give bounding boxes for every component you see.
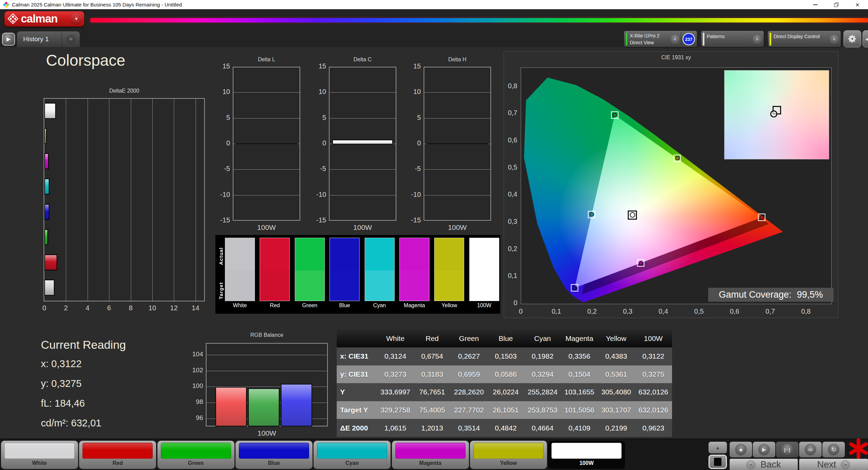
- logo-text: calman: [21, 12, 71, 25]
- swatch-column-blue: [330, 238, 360, 301]
- target-swatch: [470, 270, 499, 301]
- pattern-button-red[interactable]: Red: [79, 441, 156, 469]
- table-cell: 0,2199: [598, 419, 635, 437]
- gridline: [330, 169, 396, 170]
- table-cell: 305,4080: [598, 383, 635, 401]
- pattern-button-cyan[interactable]: Cyan: [314, 441, 391, 469]
- restore-button[interactable]: [826, 0, 847, 9]
- refresh-button[interactable]: ↻: [822, 442, 845, 457]
- gridline: [424, 169, 490, 170]
- rgb-xlabel: 100W: [206, 429, 328, 437]
- minimize-button[interactable]: [805, 0, 826, 9]
- delta-chart-delta-c: [329, 67, 396, 221]
- gamut-coverage-readout: Gamut Coverage: 99,5%: [708, 288, 834, 302]
- meter-dropdown[interactable]: X-Rite i1Pro 2 Direct View ▼ 237: [624, 31, 697, 47]
- pattern-swatch: [551, 443, 622, 459]
- pattern-button-white[interactable]: White: [1, 441, 78, 469]
- gridline: [233, 92, 300, 93]
- cie-xtick: 0: [511, 308, 530, 315]
- table-cell: 255,2824: [524, 383, 561, 401]
- sidebar-expand-button[interactable]: ▶: [2, 33, 15, 46]
- rgb-ytick: 96: [187, 414, 203, 422]
- chevron-left-icon: ◀: [865, 36, 868, 42]
- settings-button[interactable]: [843, 30, 861, 47]
- gridline: [207, 355, 327, 355]
- deltae-bar-100w: [44, 280, 55, 296]
- gridline: [424, 92, 490, 93]
- pattern-button-blue[interactable]: Blue: [235, 441, 313, 469]
- patterns-dropdown[interactable]: Patterns ▼: [701, 31, 764, 47]
- delta-ytick: 10: [405, 88, 421, 96]
- delta-ytick: 0: [310, 139, 326, 147]
- table-cell: 0,3122: [635, 347, 672, 365]
- pattern-bar: ▲ ■ ▶ [··] ∞ ↻ « Back Next » WhiteRedGre: [0, 439, 868, 470]
- cie-measured-marker-magenta: [639, 261, 643, 265]
- deltae-xtick: 12: [165, 304, 182, 312]
- cie-ytick: 0: [501, 299, 517, 307]
- table-cell: 303,1707: [598, 401, 635, 419]
- gridline: [66, 99, 66, 301]
- delta-ytick: 15: [405, 62, 421, 70]
- pattern-swatch: [317, 443, 387, 459]
- play-button[interactable]: ▶: [753, 442, 775, 457]
- table-cell: 0,4383: [598, 347, 635, 365]
- table-header-cell: Green: [451, 329, 487, 347]
- table-cell: 0,1504: [561, 365, 598, 383]
- delta-ytick: 10: [214, 88, 230, 96]
- table-cell: 0,9623: [635, 419, 672, 437]
- next-button[interactable]: Next »: [799, 459, 868, 470]
- interval-mode-button[interactable]: [··]: [776, 442, 798, 457]
- swatch-label: Yellow: [434, 302, 464, 309]
- calman-menu-button[interactable]: calman ▼: [4, 11, 84, 27]
- target-swatch: [225, 270, 255, 301]
- target-swatch: [295, 270, 324, 301]
- window-title: Calman 2025 Calman Ultimate for Business…: [12, 2, 182, 7]
- pattern-button-100w[interactable]: 100W: [548, 441, 625, 469]
- back-button[interactable]: « Back: [730, 459, 798, 470]
- deltae-bar-green: [44, 229, 48, 245]
- row-label: Y: [337, 383, 377, 401]
- table-cell: 26,0224: [487, 383, 524, 401]
- table-row: Y333,699776,7651228,262026,0224255,28241…: [337, 383, 672, 401]
- tab-bar: ▶ History 1 + X-Rite i1Pro 2 Direct View…: [0, 31, 868, 47]
- pattern-window-up-button[interactable]: ▲: [709, 442, 727, 453]
- pattern-button-magenta[interactable]: Magenta: [392, 441, 469, 469]
- actual-swatch: [365, 238, 394, 270]
- pattern-swatch: [395, 443, 466, 459]
- stop-button[interactable]: ■: [730, 442, 752, 457]
- cie-ytick: 0,7: [501, 109, 517, 117]
- meter-status-bar: [626, 33, 627, 46]
- continuous-mode-button[interactable]: ∞: [799, 442, 822, 457]
- cie-ytick: 0,6: [501, 136, 517, 144]
- meter-count-badge[interactable]: 237: [683, 33, 695, 45]
- pattern-label: Yellow: [470, 460, 547, 466]
- patterns-label: Patterns: [707, 31, 752, 40]
- table-cell: 0,3356: [561, 347, 598, 365]
- gridline: [233, 195, 300, 195]
- add-tab-button[interactable]: +: [62, 35, 80, 44]
- swatch-label: Red: [260, 302, 290, 309]
- pattern-button-green[interactable]: Green: [157, 441, 234, 469]
- cie-xtick: 0,3: [618, 308, 637, 315]
- table-header-cell: [337, 329, 377, 347]
- pattern-button-yellow[interactable]: Yellow: [470, 441, 547, 469]
- deltae-xtick: 0: [36, 304, 53, 312]
- delta-ytick: -5: [214, 165, 230, 173]
- logo-dropdown-arrow[interactable]: ▼: [71, 14, 81, 24]
- delta-ytick: 5: [405, 114, 421, 122]
- cie-xtick: 0,8: [796, 308, 816, 315]
- stop-icon: ■: [739, 447, 742, 453]
- display-control-dropdown[interactable]: Direct Display Control ▼: [768, 31, 841, 47]
- gridline: [330, 92, 396, 93]
- tab-history-1[interactable]: History 1 +: [17, 31, 80, 47]
- table-cell: 632,0126: [635, 383, 672, 401]
- pattern-window-toggle[interactable]: [709, 455, 727, 469]
- rgb-balance-chart: [206, 343, 328, 426]
- delta-ytick: 5: [310, 114, 326, 122]
- table-cell: 0,6959: [451, 365, 487, 383]
- actual-swatch: [295, 238, 324, 270]
- rgb-ytick: 104: [187, 350, 203, 358]
- pattern-swatch: [82, 443, 153, 459]
- close-button[interactable]: ×: [847, 0, 868, 9]
- collapse-panel-button[interactable]: ◀: [863, 30, 868, 47]
